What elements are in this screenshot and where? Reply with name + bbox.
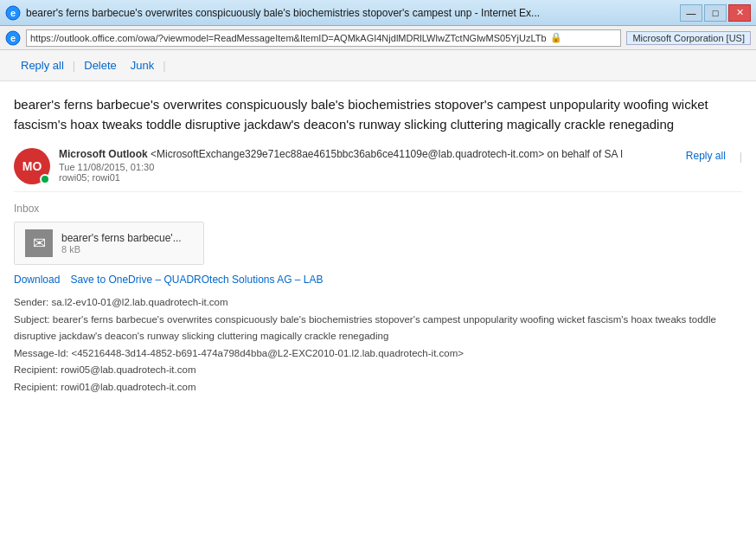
email-subject: bearer's ferns barbecue's overwrites con… [14, 95, 742, 134]
attachment-size: 8 kB [61, 244, 182, 254]
window-controls: — □ ✕ [680, 4, 751, 22]
main-content: bearer's ferns barbecue's overwrites con… [0, 81, 756, 541]
reply-all-button[interactable]: Reply all [14, 55, 71, 75]
reply-all-inline-button[interactable]: Reply all [681, 148, 731, 164]
email-header: MO Microsoft Outlook <MicrosoftExchange3… [14, 148, 742, 192]
sender-suffix: on behalf of SA l [548, 148, 623, 160]
sender-detail: Sender: sa.l2-ev10-01@l2.lab.quadrotech-… [14, 294, 742, 312]
message-id-detail: Message-Id: <45216448-3d14-4852-b691-474… [14, 345, 742, 363]
action-links: Download Save to OneDrive – QUADROtech S… [14, 274, 742, 286]
reply-separator: | [740, 148, 742, 163]
browser-icon: e [5, 30, 21, 46]
attachment-icon: ✉ [25, 229, 53, 257]
header-info: Microsoft Outlook <MicrosoftExchange329e… [59, 148, 672, 183]
avatar: MO [14, 148, 50, 184]
minimize-button[interactable]: — [680, 4, 702, 22]
email-details: Sender: sa.l2-ev10-01@l2.lab.quadrotech-… [14, 294, 742, 396]
sender-line: Microsoft Outlook <MicrosoftExchange329e… [59, 148, 672, 160]
attachment-info: bearer's ferns barbecue'... 8 kB [61, 232, 182, 254]
recipient1-detail: Recipient: rowi05@lab.quadrotech-it.com [14, 362, 742, 379]
svg-text:e: e [10, 33, 16, 43]
url-text: https://outlook.office.com/owa/?viewmode… [30, 33, 547, 43]
separator-1: | [71, 59, 77, 72]
ie-icon: e [5, 5, 21, 21]
to-line: rowi05; rowi01 [59, 172, 672, 183]
delete-button[interactable]: Delete [77, 55, 124, 75]
junk-button[interactable]: Junk [124, 55, 161, 75]
save-to-onedrive-link[interactable]: Save to OneDrive – QUADROtech Solutions … [70, 274, 323, 286]
close-button[interactable]: ✕ [728, 4, 751, 22]
address-field[interactable]: https://outlook.office.com/owa/?viewmode… [26, 29, 621, 47]
inbox-label: Inbox [14, 203, 742, 215]
svg-text:e: e [10, 8, 16, 18]
separator-2: | [161, 59, 167, 72]
title-bar: e bearer's ferns barbecue's overwrites c… [0, 0, 756, 26]
date-line: Tue 11/08/2015, 01:30 [59, 162, 672, 172]
address-bar: e https://outlook.office.com/owa/?viewmo… [0, 26, 756, 50]
attachment-area: ✉ bearer's ferns barbecue'... 8 kB [14, 222, 204, 265]
recipient2-detail: Recipient: rowi01@lab.quadrotech-it.com [14, 379, 742, 396]
lock-icon: 🔒 [550, 32, 562, 43]
sender-email: <MicrosoftExchange329e71ec88ae4615bbc36a… [151, 148, 544, 160]
avatar-presence-badge [40, 174, 50, 184]
ms-badge: Microsoft Corporation [US] [626, 31, 751, 45]
window-title: bearer's ferns barbecue's overwrites con… [26, 7, 673, 19]
subject-detail: Subject: bearer's ferns barbecue's overw… [14, 312, 742, 345]
maximize-button[interactable]: □ [704, 4, 727, 22]
toolbar: Reply all | Delete Junk | [0, 50, 756, 81]
sender-name: Microsoft Outlook [59, 148, 148, 160]
download-link[interactable]: Download [14, 274, 60, 286]
attachment-name: bearer's ferns barbecue'... [61, 232, 182, 244]
avatar-initials: MO [22, 159, 42, 173]
